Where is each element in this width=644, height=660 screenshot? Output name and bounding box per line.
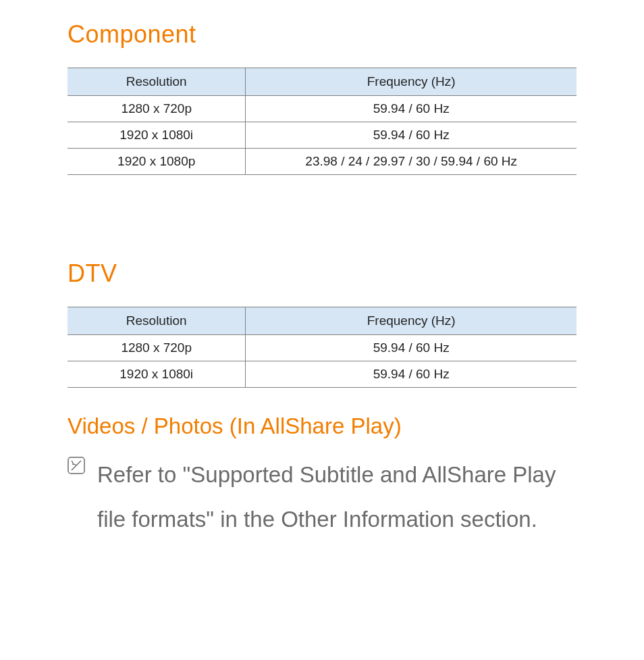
component-th-frequency: Frequency (Hz): [246, 68, 576, 96]
table-row: 1920 x 1080i 59.94 / 60 Hz: [68, 122, 576, 149]
component-heading: Component: [68, 20, 576, 49]
component-table: Resolution Frequency (Hz) 1280 x 720p 59…: [68, 68, 576, 175]
dtv-table: Resolution Frequency (Hz) 1280 x 720p 59…: [68, 307, 576, 388]
cell-resolution: 1280 x 720p: [68, 335, 246, 361]
cell-frequency: 59.94 / 60 Hz: [246, 335, 576, 361]
cell-frequency: 23.98 / 24 / 29.97 / 30 / 59.94 / 60 Hz: [246, 149, 576, 175]
cell-resolution: 1280 x 720p: [68, 96, 246, 122]
dtv-th-frequency: Frequency (Hz): [246, 307, 576, 335]
note-icon: [68, 457, 85, 477]
cell-frequency: 59.94 / 60 Hz: [246, 122, 576, 149]
table-row: 1280 x 720p 59.94 / 60 Hz: [68, 96, 576, 122]
cell-frequency: 59.94 / 60 Hz: [246, 361, 576, 388]
note-block: Refer to "Supported Subtitle and AllShar…: [68, 453, 576, 542]
table-row: 1280 x 720p 59.94 / 60 Hz: [68, 335, 576, 361]
cell-resolution: 1920 x 1080i: [68, 361, 246, 388]
note-text: Refer to "Supported Subtitle and AllShar…: [97, 453, 563, 542]
table-row: 1920 x 1080i 59.94 / 60 Hz: [68, 361, 576, 388]
component-th-resolution: Resolution: [68, 68, 246, 96]
cell-resolution: 1920 x 1080i: [68, 122, 246, 149]
dtv-th-resolution: Resolution: [68, 307, 246, 335]
videos-photos-heading: Videos / Photos (In AllShare Play): [68, 413, 576, 439]
cell-frequency: 59.94 / 60 Hz: [246, 96, 576, 122]
cell-resolution: 1920 x 1080p: [68, 149, 246, 175]
dtv-heading: DTV: [68, 259, 576, 288]
table-row: 1920 x 1080p 23.98 / 24 / 29.97 / 30 / 5…: [68, 149, 576, 175]
